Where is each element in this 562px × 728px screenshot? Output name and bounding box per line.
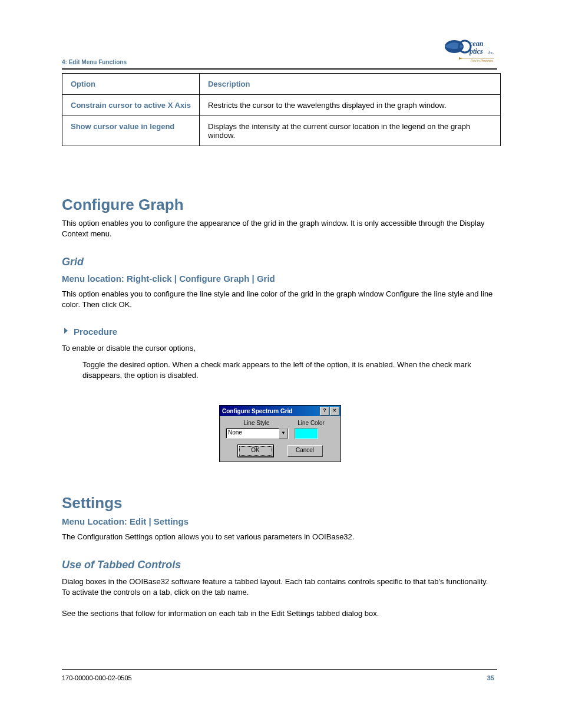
- menu-location-grid: Menu location: Right-click | Configure G…: [62, 274, 497, 284]
- heading-grid: Grid: [62, 256, 497, 268]
- paragraph: To enable or disable the cursor options,: [62, 343, 497, 354]
- footer-docnum: 170-00000-000-02-0505: [62, 674, 132, 681]
- option-description: Displays the intensity at the current cu…: [199, 116, 500, 146]
- menu-location-settings: Menu Location: Edit | Settings: [62, 516, 497, 526]
- chevron-down-icon[interactable]: ▼: [279, 429, 288, 439]
- option-description: Restricts the cursor to the wavelengths …: [199, 95, 500, 116]
- configure-spectrum-grid-dialog: Configure Spectrum Grid ? × Line Style L…: [219, 405, 341, 462]
- header-rule: [62, 68, 497, 70]
- footer-pagenum: 35: [487, 674, 494, 681]
- line-style-label: Line Style: [226, 420, 287, 426]
- ok-button[interactable]: OK: [238, 445, 273, 457]
- dialog-title: Configure Spectrum Grid: [222, 408, 320, 414]
- help-icon[interactable]: ?: [320, 407, 329, 416]
- combobox-value: None: [226, 429, 279, 439]
- table-row: Show cursor value in legend Displays the…: [62, 116, 501, 146]
- cancel-button[interactable]: Cancel: [287, 445, 323, 457]
- dialog-titlebar[interactable]: Configure Spectrum Grid ? ×: [220, 406, 340, 416]
- option-name: Constrain cursor to active X Axis: [62, 95, 200, 116]
- heading-tabbed-controls: Use of Tabbed Controls: [62, 559, 497, 571]
- line-style-combobox[interactable]: None ▼: [226, 428, 289, 439]
- close-icon[interactable]: ×: [330, 407, 339, 416]
- logo-tagline: First in Photonics: [471, 59, 494, 62]
- table-row: Constrain cursor to active X Axis Restri…: [62, 95, 501, 116]
- paragraph: See the sections that follow for informa…: [62, 608, 497, 619]
- footer-rule: [62, 669, 497, 670]
- line-color-label: Line Color: [287, 420, 335, 426]
- heading-configure-graph: Configure Graph: [62, 196, 497, 214]
- logo-text-bottom: ptics: [469, 47, 483, 55]
- procedure-icon: [62, 327, 70, 337]
- brand-logo: cean ptics Inc. First in Photonics: [441, 37, 497, 67]
- paragraph: Toggle the desired option. When a check …: [82, 360, 497, 380]
- logo-suffix: Inc.: [488, 51, 494, 54]
- paragraph: Dialog boxes in the OOIBase32 software f…: [62, 577, 497, 597]
- options-table: Option Description Constrain cursor to a…: [62, 73, 501, 146]
- paragraph: This option enables you to configure the…: [62, 218, 497, 239]
- logo-text-top: cean: [470, 39, 484, 48]
- heading-settings: Settings: [62, 494, 497, 512]
- heading-procedure: Procedure: [74, 327, 117, 337]
- line-color-swatch[interactable]: [295, 428, 318, 439]
- option-name: Show cursor value in legend: [62, 116, 200, 146]
- table-header-description: Description: [199, 74, 500, 95]
- running-head: 4: Edit Menu Functions: [62, 59, 127, 65]
- paragraph: This option enables you to configure the…: [62, 289, 497, 309]
- paragraph: The Configuration Settings option allows…: [62, 532, 497, 542]
- table-header-option: Option: [62, 74, 200, 95]
